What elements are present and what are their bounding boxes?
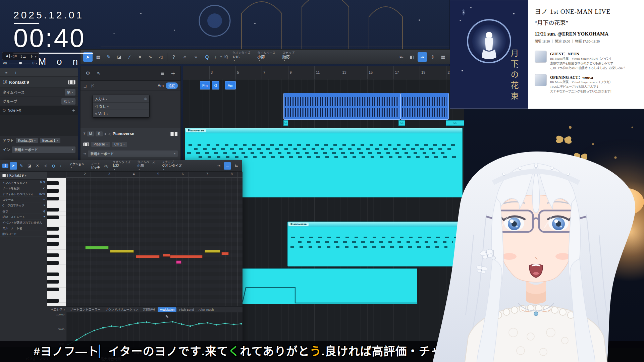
metronome-icon[interactable]: ♩	[213, 52, 223, 62]
nudge-forward-icon[interactable]: »	[191, 52, 201, 62]
modulation-point[interactable]	[163, 322, 165, 323]
pr-note-pitch[interactable]: ノート ピッチ	[88, 162, 103, 169]
chord-key[interactable]: Am	[158, 83, 164, 88]
black-key[interactable]	[47, 288, 59, 291]
pencil-tool-icon[interactable]: ✎	[104, 52, 113, 62]
chord-follow-button[interactable]: 追従	[166, 82, 178, 89]
quantize-dropdown[interactable]: クオンタイズ 1/16	[230, 51, 253, 62]
lane-tab[interactable]: After Touch	[197, 307, 216, 312]
io-row-none[interactable]: ◁ なし	[93, 103, 149, 110]
listen-tool-icon[interactable]: ◁	[156, 52, 165, 62]
black-key[interactable]	[47, 253, 59, 257]
chord-event[interactable]: G	[212, 81, 219, 89]
midi-note[interactable]	[176, 260, 181, 264]
notefx-row[interactable]: ⏻ Note FX ＋	[0, 106, 78, 115]
nudge-back-icon[interactable]: «	[180, 52, 190, 62]
pr-action-dropdown[interactable]: アクション	[67, 163, 87, 169]
lane-tab[interactable]: Modulation	[158, 307, 176, 312]
group-select[interactable]: なし	[61, 98, 75, 105]
mute-tool-icon[interactable]: ✕	[135, 52, 145, 62]
midi-note[interactable]	[170, 255, 203, 258]
black-key[interactable]	[47, 181, 59, 185]
black-key[interactable]	[47, 189, 59, 193]
midi-note[interactable]	[136, 255, 160, 258]
modulation-point[interactable]	[233, 324, 235, 325]
chord-event[interactable]: Fm	[200, 81, 210, 89]
wrench-icon[interactable]: ⚙	[83, 68, 93, 78]
bend-tool-icon[interactable]: ∿	[146, 52, 155, 62]
modulation-point[interactable]	[216, 324, 217, 326]
midi-note[interactable]	[163, 254, 170, 257]
eraser-tool-icon[interactable]: ◪	[26, 162, 33, 170]
modulation-point[interactable]	[120, 326, 121, 328]
range-tool-icon[interactable]: ▦	[94, 52, 103, 62]
zoom-tool-icon[interactable]: Q	[50, 162, 57, 170]
pr-left-row[interactable]: 1/32 ストレート▾	[0, 214, 47, 220]
pr-snap-dropdown[interactable]: スナップ クオンタイズ	[159, 161, 184, 171]
modulation-point[interactable]	[85, 334, 87, 336]
pr-timebase-dropdown[interactable]: タイムベース 小節	[135, 161, 158, 171]
arrow-tool-icon[interactable]: ➤	[10, 162, 17, 170]
modulation-point[interactable]	[111, 325, 113, 327]
follow-icon[interactable]: ⇥	[215, 162, 222, 170]
modulation-point[interactable]	[172, 321, 174, 323]
lane-tab[interactable]: 装飾記号	[141, 307, 157, 312]
record-arm-icon[interactable]: ●	[104, 132, 107, 136]
black-key[interactable]	[47, 242, 59, 246]
modulation-point[interactable]	[155, 323, 156, 325]
modulation-point[interactable]	[146, 321, 148, 323]
inspector-track-row[interactable]: 10 Kontakt 9	[0, 77, 78, 88]
pr-quantize-dropdown[interactable]: クオンタイズ 1/32	[110, 161, 133, 171]
black-key[interactable]	[47, 227, 59, 231]
io-row-input[interactable]: 入力 4 ◎	[93, 95, 149, 103]
vo-fader-row[interactable]: Vo 0	[2, 61, 39, 65]
fader-handle[interactable]	[19, 62, 22, 64]
solo-button[interactable]: S	[96, 131, 103, 136]
pr-left-row[interactable]: ノートを転調✓	[0, 185, 47, 191]
note-grid[interactable]	[66, 178, 243, 306]
pr-ruler[interactable]: 2345678	[66, 172, 243, 178]
aq-label[interactable]: AQ	[104, 164, 108, 168]
chord-event[interactable]: Am	[225, 81, 236, 89]
autoscroll-icon[interactable]: ⇥	[418, 52, 427, 62]
channel-select[interactable]: CH 1	[112, 142, 127, 147]
modulation-point[interactable]	[224, 323, 226, 324]
black-key[interactable]	[47, 197, 59, 200]
monitor-circle-icon[interactable]: ◎	[144, 97, 147, 101]
lane-tab[interactable]: ベロシティ	[49, 307, 67, 312]
track7-main-row[interactable]: 7 M S ● ◁ Pianoverse	[80, 128, 180, 139]
output-select-b[interactable]: Eve..ut 1	[40, 138, 60, 143]
arrange-ruler[interactable]: 3579111315171921	[183, 66, 464, 79]
input-quantize-label[interactable]: IQ	[224, 55, 228, 59]
midi-note[interactable]	[85, 246, 109, 249]
link-icon[interactable]: ⇆	[232, 162, 240, 170]
info-icon[interactable]: i	[12, 69, 19, 76]
modulation-point[interactable]	[181, 323, 182, 325]
black-key[interactable]	[47, 273, 59, 276]
split-tool-icon[interactable]: ∕	[125, 52, 134, 62]
track-input-select[interactable]: 新規キーボード	[88, 150, 178, 157]
midi-note[interactable]	[205, 250, 220, 253]
black-key[interactable]	[47, 299, 59, 303]
vo-fader[interactable]	[9, 63, 31, 63]
mute-button[interactable]: M	[87, 131, 94, 136]
pr-left-row[interactable]: イベントが選択されていません	[0, 220, 47, 225]
power-icon[interactable]: ⏻	[3, 108, 6, 113]
hamburger-icon[interactable]: ≡	[3, 69, 10, 76]
listen-tool-icon[interactable]: ◁	[42, 162, 49, 170]
pr-left-row[interactable]: 階名コード	[0, 231, 47, 237]
track-list-icon[interactable]: ≣	[158, 68, 167, 78]
add-track-button[interactable]: ＋	[168, 68, 178, 78]
timebase-dropdown[interactable]: タイムベース 小節	[255, 51, 278, 62]
automation-curve-icon[interactable]: ∿	[94, 68, 103, 78]
instrument-select[interactable]: Piaerse	[91, 142, 110, 147]
clip-handle[interactable]	[283, 120, 288, 126]
pr-left-row[interactable]: C クロマチック▾	[0, 202, 47, 208]
snap-dropdown[interactable]: スナップ 順応	[280, 51, 297, 62]
output-select-a[interactable]: Konta..(2)	[16, 138, 38, 143]
eraser-tool-icon[interactable]: ◪	[114, 52, 124, 62]
modulation-point[interactable]	[102, 327, 104, 329]
grid-icon[interactable]: ▦	[438, 52, 448, 62]
pr-left-row[interactable]: インストゥルメントM S	[0, 180, 47, 185]
modulation-point[interactable]	[94, 330, 95, 331]
